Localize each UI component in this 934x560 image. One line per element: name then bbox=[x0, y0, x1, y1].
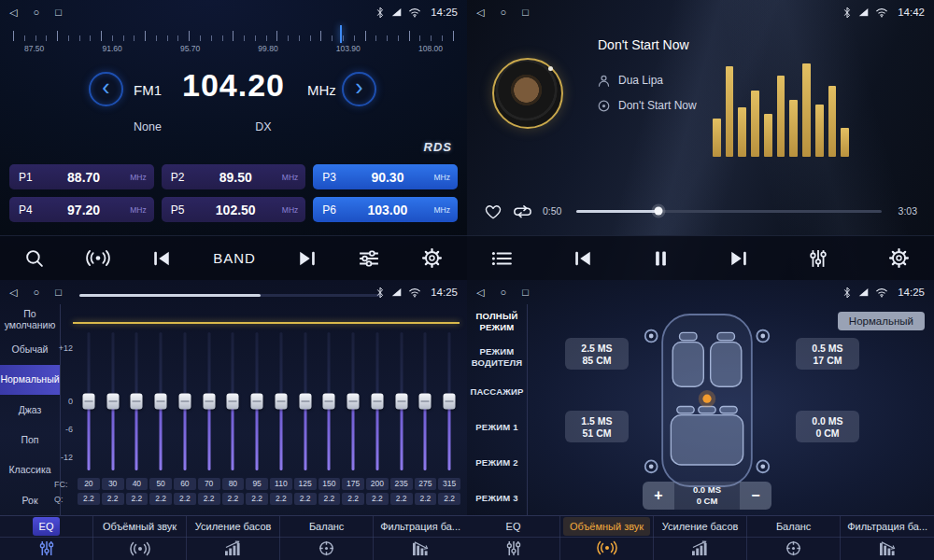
preset-button[interactable]: P5 102.50 MHz bbox=[162, 197, 306, 222]
slider-knob[interactable] bbox=[444, 394, 456, 410]
eq-preset-item[interactable]: Поп bbox=[0, 425, 60, 455]
nav-back-icon[interactable]: ◁ bbox=[476, 7, 484, 18]
nav-recents-icon[interactable]: □ bbox=[55, 287, 62, 298]
tab-surround-sound[interactable]: Объёмный звук bbox=[93, 516, 187, 560]
slider-knob[interactable] bbox=[347, 394, 360, 410]
pause-icon[interactable] bbox=[654, 250, 668, 267]
slider-knob[interactable] bbox=[155, 394, 167, 410]
eq-preset-item[interactable]: Обычай bbox=[0, 334, 60, 364]
slider-knob[interactable] bbox=[106, 394, 119, 410]
eq-band-slider[interactable] bbox=[125, 332, 149, 470]
sound-preset-button[interactable]: Нормальный bbox=[838, 312, 925, 330]
eq-band-slider[interactable] bbox=[318, 332, 342, 470]
slider-knob[interactable] bbox=[178, 394, 191, 410]
nav-home-icon[interactable]: ○ bbox=[500, 287, 506, 298]
listening-mode-item[interactable]: РЕЖИМ ВОДИТЕЛЯ bbox=[467, 340, 527, 375]
favorite-heart-icon[interactable] bbox=[484, 203, 502, 219]
eq-band-slider[interactable] bbox=[365, 332, 389, 470]
tab-filtering[interactable]: Фильтрация ба... bbox=[841, 516, 934, 560]
slider-knob[interactable] bbox=[82, 394, 94, 410]
eq-band-slider[interactable] bbox=[341, 332, 365, 470]
nav-recents-icon[interactable]: □ bbox=[522, 287, 529, 298]
progress-knob[interactable] bbox=[655, 207, 663, 216]
nav-back-icon[interactable]: ◁ bbox=[9, 7, 17, 18]
slider-knob[interactable] bbox=[227, 394, 239, 410]
slider-knob[interactable] bbox=[251, 394, 263, 410]
eq-band-slider[interactable] bbox=[437, 332, 461, 470]
repeat-icon[interactable] bbox=[512, 203, 533, 219]
tab-balance[interactable]: Баланс bbox=[280, 516, 374, 560]
eq-band-slider[interactable] bbox=[221, 332, 246, 470]
eq-band-slider[interactable] bbox=[101, 332, 125, 470]
tune-down-button[interactable]: ‹ bbox=[89, 72, 123, 106]
delay-front-left[interactable]: 2.5 MS 85 CM bbox=[565, 338, 629, 370]
eq-band-slider[interactable] bbox=[293, 332, 318, 470]
nav-back-icon[interactable]: ◁ bbox=[9, 287, 17, 298]
eq-band-slider[interactable] bbox=[414, 332, 438, 470]
delay-rear-left[interactable]: 1.5 MS 51 CM bbox=[565, 411, 629, 442]
next-track-icon[interactable] bbox=[729, 250, 748, 267]
settings-gear-icon[interactable] bbox=[421, 247, 443, 269]
listening-mode-item[interactable]: ПАССАЖИР bbox=[467, 374, 527, 410]
previous-track-icon[interactable] bbox=[573, 250, 592, 267]
tab-eq[interactable]: EQ bbox=[0, 516, 93, 560]
listening-mode-item[interactable]: ПОЛНЫЙ РЕЖИМ bbox=[467, 304, 527, 340]
eq-preset-item[interactable]: Рок bbox=[0, 485, 60, 515]
nav-home-icon[interactable]: ○ bbox=[500, 7, 506, 18]
nav-recents-icon[interactable]: □ bbox=[55, 7, 62, 18]
eq-band-slider[interactable] bbox=[245, 332, 269, 470]
eq-band-slider[interactable] bbox=[77, 332, 101, 470]
listening-mode-item[interactable]: РЕЖИМ 1 bbox=[467, 410, 527, 445]
dx-mode-label[interactable]: DX bbox=[245, 120, 282, 133]
eq-preset-item[interactable]: Нормальный bbox=[0, 365, 60, 395]
nav-back-icon[interactable]: ◁ bbox=[476, 287, 484, 298]
progress-bar[interactable] bbox=[576, 210, 882, 213]
increase-delay-button[interactable]: + bbox=[643, 482, 674, 510]
next-station-icon[interactable] bbox=[298, 250, 317, 267]
eq-band-slider[interactable] bbox=[197, 332, 221, 470]
tab-filtering[interactable]: Фильтрация ба... bbox=[374, 516, 467, 560]
search-stations-icon[interactable] bbox=[24, 248, 44, 268]
nav-home-icon[interactable]: ○ bbox=[33, 287, 39, 298]
slider-knob[interactable] bbox=[371, 394, 383, 410]
preset-button[interactable]: P6 103.00 MHz bbox=[313, 197, 458, 222]
slider-knob[interactable] bbox=[275, 394, 287, 410]
tab-bass-boost[interactable]: Усиление басов bbox=[187, 516, 280, 560]
preset-button[interactable]: P1 88.70 MHz bbox=[9, 164, 154, 189]
listening-mode-item[interactable]: РЕЖИМ 2 bbox=[467, 445, 527, 481]
tab-surround-sound[interactable]: Объёмный звук bbox=[560, 516, 654, 560]
decrease-delay-button[interactable]: − bbox=[740, 482, 771, 510]
eq-band-slider[interactable] bbox=[269, 332, 293, 470]
eq-preset-item[interactable]: Классика bbox=[0, 455, 60, 484]
preset-button[interactable]: P4 97.20 MHz bbox=[9, 197, 154, 222]
eq-band-slider[interactable] bbox=[173, 332, 197, 470]
slider-knob[interactable] bbox=[323, 394, 335, 410]
eq-preset-item[interactable]: По умолчанию bbox=[0, 304, 60, 334]
auto-scan-icon[interactable] bbox=[86, 249, 110, 267]
tab-balance[interactable]: Баланс bbox=[747, 516, 841, 560]
slider-knob[interactable] bbox=[203, 394, 215, 410]
settings-gear-icon[interactable] bbox=[888, 247, 910, 269]
band-button[interactable]: BAND bbox=[213, 250, 256, 266]
delay-front-right[interactable]: 0.5 MS 17 CM bbox=[796, 338, 859, 370]
preset-button[interactable]: P3 90.30 MHz bbox=[313, 164, 458, 189]
tune-up-button[interactable]: › bbox=[342, 72, 376, 106]
tab-eq[interactable]: EQ bbox=[467, 516, 560, 560]
preset-button[interactable]: P2 89.50 MHz bbox=[162, 164, 306, 189]
audio-mixer-icon[interactable] bbox=[359, 250, 379, 267]
delay-rear-right[interactable]: 0.0 MS 0 CM bbox=[796, 411, 859, 442]
slider-knob[interactable] bbox=[299, 394, 311, 410]
nav-recents-icon[interactable]: □ bbox=[522, 7, 529, 18]
slider-knob[interactable] bbox=[419, 394, 432, 410]
listening-mode-item[interactable]: РЕЖИМ 3 bbox=[467, 480, 527, 515]
eq-preset-item[interactable]: Джаз bbox=[0, 395, 60, 425]
equalizer-icon[interactable] bbox=[810, 249, 827, 268]
previous-station-icon[interactable] bbox=[152, 250, 171, 267]
nav-home-icon[interactable]: ○ bbox=[33, 7, 39, 18]
playlist-icon[interactable] bbox=[491, 250, 512, 267]
eq-band-slider[interactable] bbox=[389, 332, 414, 470]
slider-knob[interactable] bbox=[131, 394, 143, 410]
eq-band-slider[interactable] bbox=[149, 332, 173, 470]
slider-knob[interactable] bbox=[395, 394, 407, 410]
tab-bass-boost[interactable]: Усиление басов bbox=[654, 516, 747, 560]
